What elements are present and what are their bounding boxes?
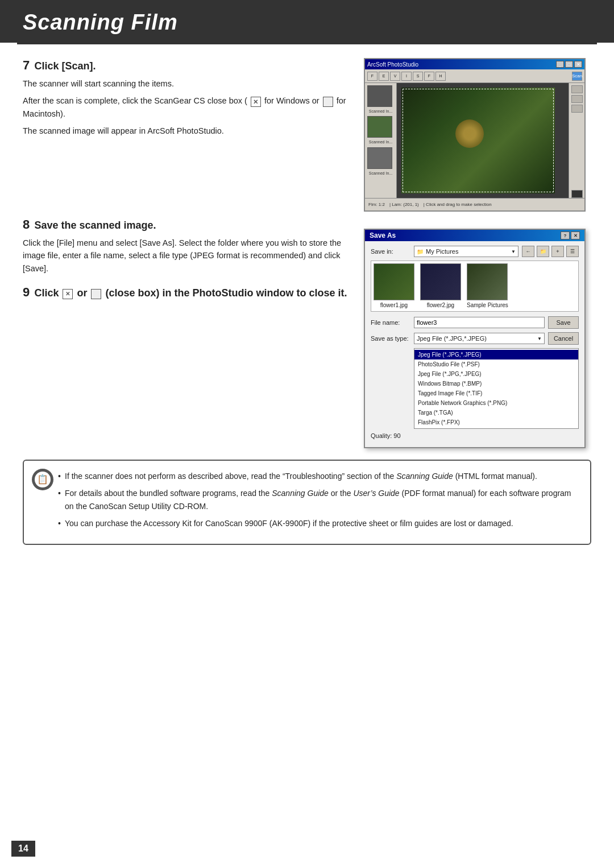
- filetype-item-4[interactable]: Tagged Image File (*.TIF): [414, 388, 578, 398]
- saveas-newfolder-btn[interactable]: +: [551, 246, 564, 257]
- filetype-item-1[interactable]: PhotoStudio File (*.PSF): [414, 359, 578, 369]
- step8-heading: 8 Save the scanned image.: [23, 217, 352, 232]
- note-icon-symbol: 📋: [37, 472, 48, 487]
- filetype-item-6[interactable]: Targa (*.TGA): [414, 408, 578, 418]
- saveas-folder-btn[interactable]: 📁: [537, 246, 549, 257]
- sidebar-thumb-1: [367, 85, 392, 107]
- saveas-thumbnails: flower1.jpg flower2.jpg Sa: [371, 261, 579, 312]
- saveas-quality-value-row: Quality: 90: [371, 432, 579, 439]
- note-italic-1: Scanning Guide: [396, 472, 453, 481]
- step8-left: 8 Save the scanned image. Click the [Fil…: [23, 217, 364, 448]
- saveas-thumb-label-2: flower2.jpg: [427, 302, 454, 308]
- step7-title: Click [Scan].: [34, 60, 96, 72]
- toolbar-btn-1[interactable]: F: [367, 72, 377, 81]
- saveas-thumb-flower2: flower2.jpg: [420, 263, 461, 309]
- toolbar-btn-5[interactable]: S: [413, 72, 423, 81]
- saveas-type-row: Save as type: Jpeg File (*.JPG,*.JPEG) ▼…: [371, 332, 579, 345]
- scanner-preview-inner: [401, 88, 555, 193]
- step9-x-icon: ✕: [63, 289, 73, 299]
- step7-right: ArcSoft PhotoStudio _ □ ✕ F E V I S F H: [364, 58, 591, 212]
- saveas-filetype-list: Jpeg File (*.JPG,*.JPEG) PhotoStudio Fil…: [414, 348, 579, 429]
- step8-body-text: Click the [File] menu and select [Save A…: [23, 237, 352, 275]
- step8-title: Save the scanned image.: [34, 220, 156, 231]
- saveas-back-btn[interactable]: ←: [522, 246, 534, 257]
- saveas-title: Save As: [370, 232, 396, 239]
- saveas-view-btn[interactable]: ☰: [566, 246, 579, 257]
- right-panel-btn-1[interactable]: [571, 85, 583, 93]
- scanner-status-zoom: Flm: 1:2: [368, 202, 385, 207]
- saveas-body: Save in: 📁 My Pictures ▼ ← 📁 + ☰: [365, 241, 584, 447]
- saveas-thumb-label-3: Sample Pictures: [467, 302, 508, 308]
- toolbar-btn-3[interactable]: V: [390, 72, 400, 81]
- saveas-filename-row: File name: Save: [371, 316, 579, 329]
- page-title: Scanning Film: [23, 10, 591, 35]
- saveas-save-in-dropdown[interactable]: 📁 My Pictures ▼: [414, 246, 518, 257]
- thumb-trees-bg: [467, 264, 507, 300]
- scanner-sidebar: Scanned In... Scanned In... Scanned In..…: [365, 83, 397, 198]
- saveas-close-btn[interactable]: ✕: [571, 232, 580, 239]
- step9-title: Click ✕ or (close box) in the PhotoStudi…: [34, 287, 347, 299]
- saveas-dialog: Save As ? ✕ Save in: 📁 My Pictures: [364, 229, 586, 448]
- step7-number: 7: [23, 58, 30, 72]
- saveas-cancel-button[interactable]: Cancel: [548, 332, 579, 345]
- toolbar-btn-2[interactable]: E: [379, 72, 389, 81]
- right-panel-btn-4[interactable]: [571, 190, 583, 198]
- sidebar-label-3: Scanned In...: [367, 171, 394, 176]
- toolbar-btn-6[interactable]: F: [424, 72, 434, 81]
- scanner-titlebar: ArcSoft PhotoStudio _ □ ✕: [365, 59, 584, 69]
- scanner-maximize-btn[interactable]: □: [565, 61, 573, 68]
- saveas-titlebar-buttons: ? ✕: [561, 232, 580, 239]
- saveas-thumb-img-3: [467, 263, 508, 300]
- scanner-close-btn[interactable]: ✕: [574, 61, 582, 68]
- sidebar-label-1: Scanned In...: [367, 109, 394, 114]
- saveas-titlebar: Save As ? ✕: [365, 230, 584, 241]
- note-item-2: For details about the bundled software p…: [58, 487, 579, 512]
- step7-body2: After the scan is complete, click the Sc…: [23, 94, 352, 120]
- scanner-titlebar-buttons: _ □ ✕: [556, 61, 582, 68]
- step7-body1: The scanner will start scanning the item…: [23, 77, 352, 90]
- windows-close-icon: ✕: [251, 97, 261, 107]
- note-icon-inner: 📋: [35, 472, 51, 487]
- type-dropdown-arrow: ▼: [537, 336, 542, 341]
- step9-number: 9: [23, 285, 30, 299]
- saveas-thumb-flower1: flower1.jpg: [374, 263, 414, 309]
- right-panel-btn-2[interactable]: [571, 95, 583, 103]
- content-area: 7 Click [Scan]. The scanner will start s…: [0, 44, 614, 448]
- note-icon: 📋: [32, 469, 53, 490]
- scanner-statusbar: Flm: 1:2 | Lam: (201, 1) | Click and dra…: [365, 198, 584, 210]
- sidebar-label-2: Scanned In...: [367, 140, 394, 144]
- scanner-main-area: Scanned In... Scanned In... Scanned In..…: [365, 83, 584, 198]
- scanner-title-text: ArcSoft PhotoStudio: [367, 61, 418, 68]
- filetype-item-2[interactable]: Jpeg File (*.JPG,*.JPEG): [414, 369, 578, 379]
- scanner-status-info: | Click and drag to make selection: [424, 202, 492, 207]
- page-number: 14: [11, 841, 35, 857]
- saveas-type-dropdown[interactable]: Jpeg File (*.JPG,*.JPEG) ▼: [414, 333, 545, 344]
- filetype-item-5[interactable]: Portable Network Graphics (*.PNG): [414, 398, 578, 408]
- scanner-minimize-btn[interactable]: _: [556, 61, 564, 68]
- note-box: 📋 If the scanner does not perform as des…: [23, 460, 591, 545]
- step8-number: 8: [23, 217, 30, 232]
- toolbar-scan-btn[interactable]: Scan: [572, 72, 582, 81]
- saveas-quality-row: Jpeg File (*.JPG,*.JPEG) PhotoStudio Fil…: [371, 348, 579, 429]
- scanner-screenshot: ArcSoft PhotoStudio _ □ ✕ F E V I S F H: [364, 58, 586, 212]
- note-item-3: You can purchase the Accessory Kit for C…: [58, 517, 579, 530]
- filetype-item-7[interactable]: FlashPix (*.FPX): [414, 418, 578, 427]
- right-panel-btn-3[interactable]: [571, 105, 583, 113]
- filetype-item-0[interactable]: Jpeg File (*.JPG,*.JPEG): [414, 350, 578, 359]
- toolbar-btn-7[interactable]: H: [435, 72, 446, 81]
- saveas-help-btn[interactable]: ?: [561, 232, 570, 239]
- save-in-arrow: ▼: [511, 249, 516, 254]
- scanner-status-pos: | Lam: (201, 1): [389, 202, 419, 207]
- saveas-save-in-row: Save in: 📁 My Pictures ▼ ← 📁 + ☰: [371, 246, 579, 257]
- note-italic-2: Scanning Guide: [272, 489, 329, 498]
- step7-section: 7 Click [Scan]. The scanner will start s…: [23, 58, 591, 212]
- saveas-thumb-label-1: flower1.jpg: [380, 302, 408, 308]
- scanner-toolbar: F E V I S F H Scan: [365, 69, 584, 83]
- saveas-thumb-sample: Sample Pictures: [467, 263, 508, 309]
- saveas-filename-input[interactable]: [414, 317, 545, 328]
- toolbar-btn-4[interactable]: I: [401, 72, 412, 81]
- saveas-thumb-img-1: [374, 263, 414, 300]
- saveas-save-button[interactable]: Save: [548, 316, 579, 329]
- saveas-nav-toolbar: ← 📁 + ☰: [522, 246, 579, 257]
- filetype-item-3[interactable]: Windows Bitmap (*.BMP): [414, 379, 578, 388]
